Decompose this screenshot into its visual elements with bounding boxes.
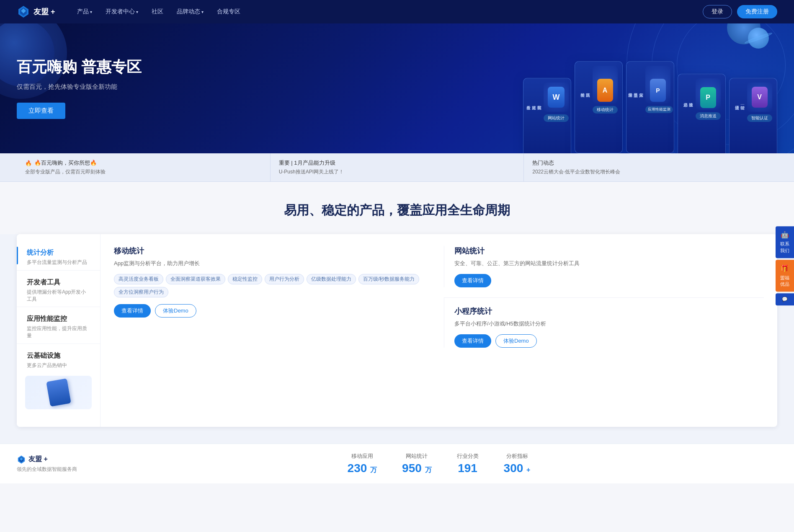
card-icon-perf: P [645, 66, 670, 103]
card-label-perf-side: 深入探索场景覆盖增量探场 [627, 66, 644, 113]
section-main-title: 易用、稳定的产品，覆盖应用全生命周期 [0, 182, 794, 234]
header: 友盟 + 产品 ▾ 开发者中心 ▾ 社区 品牌动态 ▾ 合规专区 登录 免费注册 [0, 0, 794, 23]
hero-card-mobile-stats: 高效活跃增长奥秘 A 移动统计 [575, 61, 623, 153]
pd-actions-mini: 查看详情 体验Demo [454, 334, 764, 348]
pd-title-mobile: 移动统计 [114, 246, 434, 256]
notice-desc-promo: 全部专业版产品，仅需百元即刻体验 [25, 168, 262, 176]
promo-label: 盟福 优品 [780, 275, 789, 288]
logo-icon [17, 5, 30, 18]
card-label-push-side: 极速推送消息必达 [683, 78, 694, 120]
sidebar-cat-desc-cloud: 更多云产品热销中 [27, 362, 90, 369]
pd-actions-web: 查看详情 [454, 274, 764, 287]
notice-title-promo: 🔥 🔥百元嗨购，买你所想🔥 [25, 159, 262, 167]
hero-product-cards: 实时数据渠道对比业务看板 W 网站统计 高效活跃增长奥秘 A 移动统计 [523, 61, 777, 153]
card-icon-auth: V [747, 83, 772, 112]
float-contact-btn[interactable]: 🤖 联系 我们 [776, 226, 794, 258]
stat-label-metrics: 分析指标 [504, 452, 531, 460]
btn-detail-mobile[interactable]: 查看详情 [114, 304, 151, 318]
card-icon-mobile-stats: A [593, 66, 618, 103]
contact-robot-icon: 🤖 [781, 230, 789, 240]
card-label-auth-side: 一键智能便捷运通 [735, 83, 745, 122]
tag-mobile-6: 百万级/秒数据服务能力 [358, 274, 419, 284]
tag-mobile-2: 全面洞察渠道获客效果 [166, 274, 225, 284]
stat-mobile-apps: 移动应用 230 万 [348, 452, 377, 475]
hero-saturn [748, 28, 769, 49]
stat-value-industry: 191 [457, 462, 479, 475]
register-button[interactable]: 免费注册 [737, 5, 777, 18]
sidebar-divider-3 [17, 343, 100, 344]
sidebar-divider-2 [17, 307, 100, 307]
card-label-web-stats-side: 实时数据渠道对比业务看板 [526, 83, 542, 122]
float-feedback-btn[interactable]: 💬 [776, 294, 794, 306]
notice-desc-upgrade: U-Push推送API网关上线了！ [279, 168, 516, 176]
sidebar-item-devtools[interactable]: 开发者工具 提供增漏分析等App开发小工具 [17, 272, 100, 305]
nav-community[interactable]: 社区 [147, 5, 168, 18]
login-button[interactable]: 登录 [703, 5, 732, 18]
btn-demo-mini[interactable]: 体验Demo [495, 334, 537, 348]
stat-web-stats: 网站统计 950 万 [402, 452, 432, 475]
pd-title-mini: 小程序统计 [454, 306, 764, 316]
sidebar-card-preview [25, 376, 92, 409]
pd-desc-web: 安全、可靠、公正、第三方的网站流量统计分析工具 [454, 259, 764, 268]
nav-dev-center[interactable]: 开发者中心 ▾ [101, 5, 143, 18]
sidebar-item-analytics[interactable]: 统计分析 多平台流量监测与分析产品 [17, 243, 100, 269]
products-grid: 移动统计 App监测与分析平台，助力用户增长 高灵活度业务看板 全面洞察渠道获客… [114, 246, 764, 348]
nav-brand-arrow: ▾ [201, 10, 204, 14]
nav-brand[interactable]: 品牌动态 ▾ [172, 5, 209, 18]
hero-subtitle: 仅需百元，抢先体验专业版全新功能 [17, 83, 142, 91]
footer-brand-name: 友盟 + [17, 455, 84, 464]
footer-stats: 移动应用 230 万 网站统计 950 万 行业分类 191 分析指标 300 [101, 452, 777, 475]
sidebar-cat-title-analytics: 统计分析 [27, 248, 90, 257]
hero-card-auth: 一键智能便捷运通 V 智能认证 [729, 78, 777, 153]
tag-mobile-7: 全方位洞察用户行为 [114, 287, 168, 297]
header-actions: 登录 免费注册 [703, 5, 777, 18]
stat-industry: 行业分类 191 [457, 452, 479, 475]
stat-label-industry: 行业分类 [457, 452, 479, 460]
nav-dev-arrow: ▾ [136, 10, 138, 14]
sidebar-cat-desc-perf: 监控应用性能，提升应用质量 [27, 325, 90, 339]
footer-logo-icon [17, 455, 26, 464]
products-section: 统计分析 多平台流量监测与分析产品 开发者工具 提供增漏分析等App开发小工具 … [0, 234, 794, 444]
nav-compliance[interactable]: 合规专区 [212, 5, 245, 18]
card-badge-perf: 应用性能监测 [645, 106, 673, 113]
nav-products[interactable]: 产品 ▾ [72, 5, 97, 18]
float-promo-btn[interactable]: 🎁 盟福 优品 [776, 260, 794, 292]
fire-icon-left: 🔥 [25, 160, 32, 166]
card-icon-push: P [696, 78, 721, 110]
pd-tags-mobile: 高灵活度业务看板 全面洞察渠道获客效果 稳定性监控 用户行为分析 亿级数据处理能… [114, 274, 434, 297]
hero-banner: 百元嗨购 普惠专区 仅需百元，抢先体验专业版全新功能 立即查看 实时数据渠道对比… [0, 23, 794, 153]
notice-item-hot[interactable]: 热门动态 2022云栖大会·低平企业数智化增长峰会 [524, 153, 777, 181]
sidebar-preview-card-inner [46, 378, 71, 407]
sidebar-item-cloud[interactable]: 云基础设施 更多云产品热销中 [17, 346, 100, 372]
notice-title-hot: 热门动态 [532, 159, 769, 167]
notice-title-upgrade: 重要 | 1月产品能力升级 [279, 159, 516, 167]
hero-card-perf: 深入探索场景覆盖增量探场 P 应用性能监测 [626, 61, 674, 153]
card-badge-web-stats: 网站统计 [544, 114, 569, 122]
stat-label-mobile: 移动应用 [348, 452, 377, 460]
card-badge-auth: 智能认证 [747, 114, 772, 122]
tag-mobile-3: 稳定性监控 [228, 274, 262, 284]
sidebar-cat-desc-devtools: 提供增漏分析等App开发小工具 [27, 289, 90, 303]
hero-title: 百元嗨购 普惠专区 [17, 58, 142, 76]
card-badge-push: 消息推送 [696, 112, 721, 120]
sidebar-cat-title-perf: 应用性能监控 [27, 315, 90, 323]
sidebar-cat-desc-analytics: 多平台流量监测与分析产品 [27, 259, 90, 266]
notice-item-upgrade[interactable]: 重要 | 1月产品能力升级 U-Push推送API网关上线了！ [271, 153, 524, 181]
hero-cta-button[interactable]: 立即查看 [17, 103, 65, 119]
stat-label-web: 网站统计 [402, 452, 432, 460]
hero-card-push: 极速推送消息必达 P 消息推送 [678, 74, 726, 153]
notice-item-promo[interactable]: 🔥 🔥百元嗨购，买你所想🔥 全部专业版产品，仅需百元即刻体验 [17, 153, 271, 181]
card-icon-web-stats: W [544, 83, 569, 112]
floating-sidebar: 🤖 联系 我们 🎁 盟福 优品 💬 [776, 226, 794, 305]
main-nav: 产品 ▾ 开发者中心 ▾ 社区 品牌动态 ▾ 合规专区 [72, 5, 703, 18]
contact-label: 联系 我们 [780, 241, 789, 254]
btn-detail-mini[interactable]: 查看详情 [454, 334, 491, 348]
stat-value-mobile: 230 万 [348, 462, 377, 475]
sidebar-item-perf[interactable]: 应用性能监控 监控应用性能，提升应用质量 [17, 309, 100, 342]
btn-detail-web[interactable]: 查看详情 [454, 274, 491, 287]
products-main: 移动统计 App监测与分析平台，助力用户增长 高灵活度业务看板 全面洞察渠道获客… [101, 234, 777, 427]
btn-demo-mobile[interactable]: 体验Demo [155, 304, 196, 318]
sidebar-cat-title-cloud: 云基础设施 [27, 351, 90, 360]
logo[interactable]: 友盟 + [17, 5, 55, 18]
products-layout: 统计分析 多平台流量监测与分析产品 开发者工具 提供增漏分析等App开发小工具 … [17, 234, 777, 427]
